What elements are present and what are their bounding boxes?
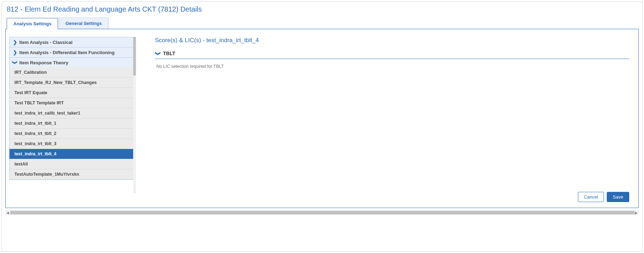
main-area: Score(s) & LIC(s) - test_indra_irt_tblt_… [155,37,629,202]
section-header-tblt[interactable]: ❯ TBLT [155,49,629,59]
tree-group-label: Item Analysis - Differential Item Functi… [19,50,115,55]
tree-items-irt: IRT_CalibrationIRT_Template_RJ_New_TBLT_… [9,67,136,180]
scroll-right-arrow-icon[interactable]: ▶ [634,210,639,215]
chevron-down-icon: ❯ [12,60,18,65]
cancel-button[interactable]: Cancel [578,192,604,202]
chevron-right-icon: ❯ [13,39,17,45]
save-button[interactable]: Save [607,192,629,202]
section-label: TBLT [163,51,175,56]
tree-item[interactable]: IRT_Calibration [9,67,136,78]
scroll-left-arrow-icon[interactable]: ◀ [5,210,10,215]
page-title: 812 - Elem Ed Reading and Language Arts … [7,5,639,13]
page-frame: 812 - Elem Ed Reading and Language Arts … [1,1,643,252]
tree-group-irt[interactable]: ❯ Item Response Theory [9,57,136,67]
tree-item[interactable]: test_indra_irt_tblt_4 [9,149,136,159]
scrollbar-thumb[interactable] [133,37,137,76]
content-frame: ❯ Item Analysis - Classical ❯ Item Analy… [5,29,639,208]
tree-group-classical[interactable]: ❯ Item Analysis - Classical [9,37,136,47]
tree-item[interactable]: test_indra_irt_tblt_1 [9,118,136,129]
tree-item[interactable]: IRT_Template_RJ_New_TBLT_Changes [9,78,136,88]
action-bar: Cancel Save [155,188,629,202]
horizontal-scrollbar[interactable]: ◀ ▶ [5,210,639,215]
tree-item[interactable]: testAll [9,159,136,169]
tree-item[interactable]: Test TBLT Template IRT [9,98,136,108]
tree-group-dif[interactable]: ❯ Item Analysis - Differential Item Func… [9,47,136,57]
tabs-strip: Analysis Settings General Settings [5,18,639,29]
tab-analysis-settings[interactable]: Analysis Settings [7,18,58,29]
section-body-tblt: No LIC selection required for TBLT [155,59,629,74]
sidebar-scroll: ❯ Item Analysis - Classical ❯ Item Analy… [9,37,141,193]
chevron-right-icon: ❯ [13,50,17,55]
main-heading: Score(s) & LIC(s) - test_indra_irt_tblt_… [155,37,629,44]
tree-item[interactable]: TestAutoTemplate_1MuYlvrxkn [9,169,136,180]
tree-item[interactable]: test_indra_irt_tblt_3 [9,139,136,149]
vertical-scrollbar[interactable] [133,37,137,193]
tree-group-label: Item Response Theory [19,60,68,65]
tree-item[interactable]: Test IRT Equate [9,88,136,98]
scrollbar-thumb[interactable] [10,211,635,214]
tree-item[interactable]: test_indra_irt_tblt_2 [9,129,136,139]
tree-group-label: Item Analysis - Classical [19,40,72,45]
tree-item[interactable]: test_indra_irt_calib_test_taker1 [9,108,136,118]
sidebar: ❯ Item Analysis - Classical ❯ Item Analy… [9,37,141,202]
chevron-down-icon: ❯ [155,51,161,56]
tab-general-settings[interactable]: General Settings [59,18,108,29]
